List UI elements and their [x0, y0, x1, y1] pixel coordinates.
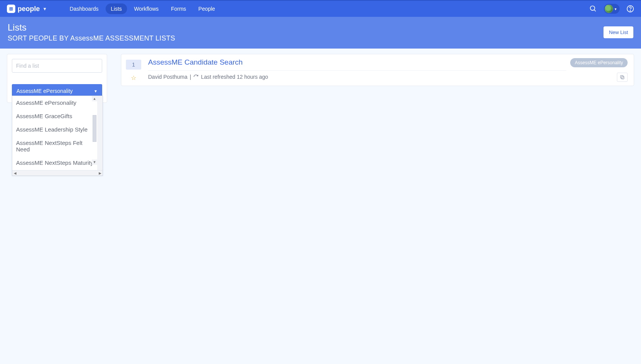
search-icon[interactable] — [589, 5, 597, 13]
tag-filter-selected: AssessME ePersonality — [16, 88, 73, 94]
scrollbar-thumb[interactable] — [93, 115, 96, 142]
nav-forms[interactable]: Forms — [166, 3, 192, 14]
nav-lists[interactable]: Lists — [106, 3, 127, 14]
top-nav: ⊞ people ▾ Dashboards Lists Workflows Fo… — [0, 0, 641, 17]
horizontal-scrollbar[interactable]: ◀ ▶ — [12, 170, 103, 176]
app-name: people — [18, 5, 40, 13]
nav-dashboards[interactable]: Dashboards — [64, 3, 104, 14]
dropdown-option[interactable]: AssessME Leadership Style — [12, 123, 97, 136]
svg-point-3 — [630, 10, 630, 11]
list-meta: David Posthuma | Last refreshed 12 hours… — [148, 74, 566, 80]
chevron-down-icon: ▾ — [44, 6, 46, 11]
list-author: David Posthuma — [148, 74, 188, 80]
divider — [148, 70, 566, 71]
list-tag-pill[interactable]: AssessME ePersonality — [570, 58, 628, 67]
dropdown-option[interactable]: AssessME NextSteps Maturity — [12, 156, 97, 169]
meta-separator: | — [190, 74, 191, 80]
refresh-icon — [193, 74, 199, 80]
svg-point-0 — [590, 6, 595, 11]
app-switcher[interactable]: ⊞ people ▾ — [7, 5, 46, 13]
chevron-down-icon: ▾ — [615, 7, 617, 11]
list-card: 1 ☆ AssessME Candidate Search David Post… — [121, 54, 634, 86]
caret-down-icon: ▼ — [94, 89, 98, 93]
main-nav: Dashboards Lists Workflows Forms People — [64, 3, 220, 14]
dropdown-option[interactable]: AssessME NextSteps Felt Need — [12, 136, 97, 156]
dropdown-option[interactable]: AssessME GraceGifts — [12, 109, 97, 123]
avatar — [605, 5, 613, 13]
page-header: Lists SORT PEOPLE BY AssessME ASSESSMENT… — [0, 17, 641, 49]
user-menu[interactable]: ▾ — [604, 4, 620, 14]
page-subtitle: SORT PEOPLE BY AssessME ASSESSMENT LISTS — [8, 34, 603, 42]
dropdown-option[interactable]: AssessME ePersonality — [12, 96, 97, 109]
sidebar: AssessME ePersonality ▼ AssessME ePerson… — [7, 54, 107, 103]
result-count-badge: 1 — [126, 60, 141, 70]
new-list-button[interactable]: New List — [603, 26, 633, 38]
dropdown-list: AssessME ePersonality AssessME GraceGift… — [12, 96, 103, 170]
scroll-up-icon[interactable]: ▲ — [92, 96, 97, 101]
list-title-link[interactable]: AssessME Candidate Search — [148, 58, 243, 66]
duplicate-button[interactable] — [617, 73, 628, 82]
help-icon[interactable] — [626, 5, 634, 13]
svg-rect-4 — [621, 76, 624, 79]
star-icon[interactable]: ☆ — [131, 74, 136, 81]
nav-workflows[interactable]: Workflows — [129, 3, 164, 14]
nav-people[interactable]: People — [193, 3, 220, 14]
app-logo-icon: ⊞ — [7, 5, 15, 13]
scroll-left-icon[interactable]: ◀ — [12, 171, 18, 176]
tag-filter-dropdown: AssessME ePersonality AssessME GraceGift… — [12, 96, 103, 176]
find-list-input[interactable] — [12, 59, 102, 73]
scroll-right-icon[interactable]: ▶ — [97, 171, 103, 176]
page-title: Lists — [8, 22, 603, 33]
list-refreshed: Last refreshed 12 hours ago — [201, 74, 268, 80]
main-content: 1 ☆ AssessME Candidate Search David Post… — [121, 54, 634, 86]
svg-line-1 — [594, 10, 596, 11]
scroll-down-icon[interactable]: ▼ — [92, 159, 97, 165]
svg-rect-5 — [620, 75, 623, 78]
